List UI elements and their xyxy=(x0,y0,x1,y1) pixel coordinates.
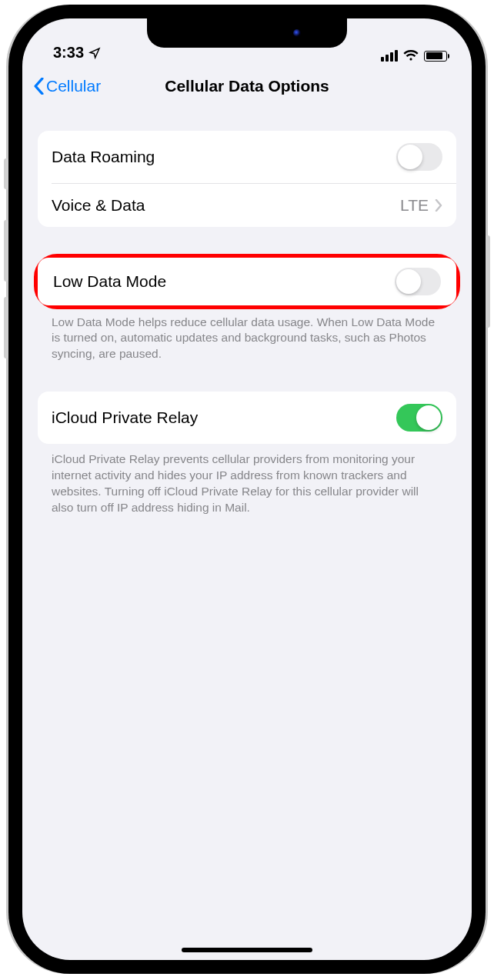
footer-text: Low Data Mode helps reduce cellular data… xyxy=(38,307,456,363)
icloud-private-relay-toggle[interactable] xyxy=(396,404,442,432)
row-value: LTE xyxy=(400,196,429,215)
row-label: Voice & Data xyxy=(52,196,145,215)
wifi-icon xyxy=(403,50,419,62)
side-button xyxy=(4,220,8,282)
settings-group-3: iCloud Private Relay xyxy=(38,392,456,444)
data-roaming-toggle[interactable] xyxy=(396,143,442,171)
side-button xyxy=(486,235,490,328)
row-low-data-mode[interactable]: Low Data Mode xyxy=(38,258,456,305)
screen: 3:33 Cellular Cellular Data Options Data… xyxy=(22,18,472,960)
row-label: Low Data Mode xyxy=(53,272,166,291)
row-voice-data[interactable]: Voice & Data LTE xyxy=(38,184,456,227)
footer-text: iCloud Private Relay prevents cellular p… xyxy=(38,444,456,516)
row-data-roaming[interactable]: Data Roaming xyxy=(38,131,456,183)
row-label: Data Roaming xyxy=(52,148,155,166)
highlight-annotation: Low Data Mode xyxy=(34,254,460,309)
chevron-left-icon xyxy=(33,78,45,95)
cellular-signal-icon xyxy=(381,50,398,62)
side-button xyxy=(4,297,8,358)
chevron-right-icon xyxy=(435,199,442,212)
phone-frame: 3:33 Cellular Cellular Data Options Data… xyxy=(8,5,486,974)
page-title: Cellular Data Options xyxy=(165,77,329,95)
content: Data Roaming Voice & Data LTE Low Data M… xyxy=(22,108,472,516)
settings-group-1: Data Roaming Voice & Data LTE xyxy=(38,131,456,227)
back-button[interactable]: Cellular xyxy=(33,77,101,95)
battery-icon xyxy=(424,51,447,62)
row-label: iCloud Private Relay xyxy=(52,408,198,427)
low-data-mode-toggle[interactable] xyxy=(395,268,441,295)
side-button xyxy=(4,158,8,189)
location-icon xyxy=(88,47,101,59)
status-time: 3:33 xyxy=(53,44,84,62)
row-icloud-private-relay[interactable]: iCloud Private Relay xyxy=(38,392,456,444)
settings-group-2: Low Data Mode xyxy=(38,258,456,305)
home-indicator[interactable] xyxy=(182,948,312,952)
nav-header: Cellular Cellular Data Options xyxy=(22,65,472,108)
back-label: Cellular xyxy=(46,77,101,95)
notch xyxy=(147,18,347,48)
